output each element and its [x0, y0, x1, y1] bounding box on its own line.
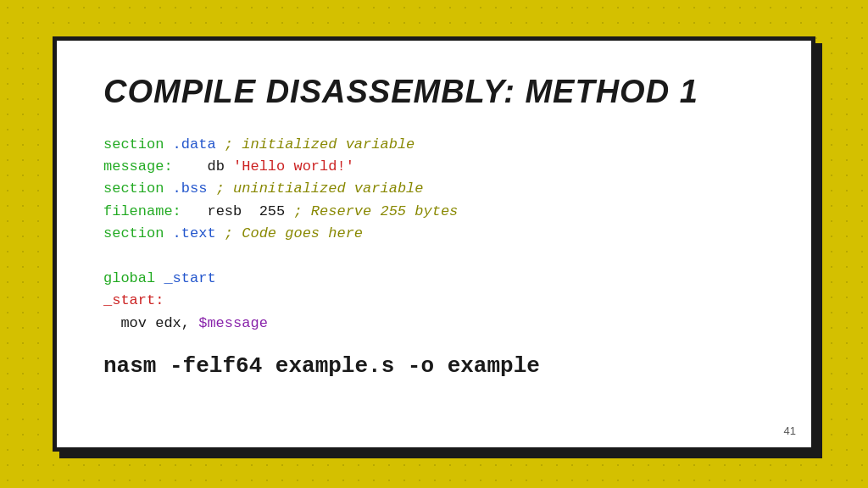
db-keyword: db: [173, 158, 233, 175]
code-line-5: section .text ; Code goes here: [103, 223, 765, 245]
label-filename: filename:: [103, 203, 181, 219]
label-start: _start:: [103, 292, 164, 308]
keyword-global: global: [103, 270, 164, 286]
keyword-data: .data: [164, 136, 224, 152]
keyword-section-2: section: [103, 180, 164, 197]
label-message: message:: [103, 158, 173, 175]
code-line-2: message: db 'Hello world!': [103, 156, 765, 178]
string-hello: 'Hello world!': [233, 158, 354, 175]
code-line-9: mov edx, $message: [103, 313, 765, 335]
page-number: 41: [784, 424, 796, 437]
code-line-blank: [103, 246, 765, 268]
code-line-8: _start:: [103, 290, 765, 312]
comment-1: ; initialized variable: [225, 136, 415, 152]
bottom-command: nasm -felf64 example.s -o example: [103, 353, 765, 379]
code-line-4: filename: resb 255 ; Reserve 255 bytes: [103, 201, 765, 223]
comment-4: ; Code goes here: [225, 225, 363, 241]
keyword-text: .text: [164, 225, 224, 241]
var-message: $message: [198, 315, 268, 331]
comment-3: ; Reserve 255 bytes: [293, 203, 458, 219]
keyword-section-3: section: [103, 225, 164, 241]
slide-title: COMPILE DISASSEMBLY: METHOD 1: [103, 75, 765, 110]
slide: COMPILE DISASSEMBLY: METHOD 1 section .d…: [53, 36, 815, 452]
keyword-start: _start: [164, 270, 215, 286]
comment-2: ; uninitialized variable: [216, 180, 424, 197]
code-line-1: section .data ; initialized variable: [103, 134, 765, 156]
code-line-3: section .bss ; uninitialized variable: [103, 178, 765, 200]
resb-code: resb 255: [181, 203, 294, 219]
code-block: section .data ; initialized variable mes…: [103, 134, 765, 335]
keyword-section-1: section: [103, 136, 164, 152]
code-line-7: global _start: [103, 268, 765, 290]
keyword-bss: .bss: [164, 180, 215, 197]
mov-instruction: mov edx,: [103, 315, 198, 331]
